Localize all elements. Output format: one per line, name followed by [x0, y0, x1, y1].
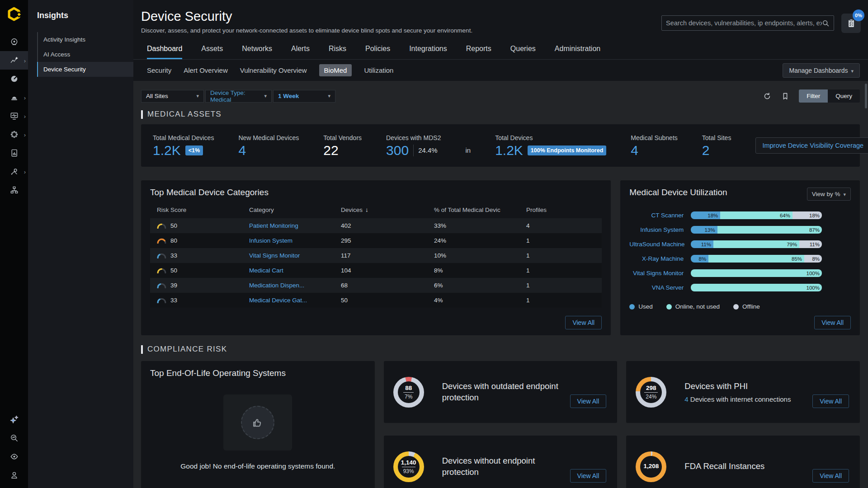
table-row: 33 Medical Device Gat... 50 4% 1: [150, 293, 602, 308]
manage-dashboards-button[interactable]: Manage Dashboards▾: [783, 63, 860, 78]
subtab-biomed[interactable]: BioMed: [319, 64, 352, 76]
subtab-utilization[interactable]: Utilization: [364, 66, 393, 74]
time-range-value: 1 Week: [278, 93, 299, 99]
compliance-grid: Top End-Of-Life Operating Systems Good j…: [141, 361, 860, 488]
col-category[interactable]: Category: [249, 206, 341, 213]
col-pct-total[interactable]: % of Total Medical Devic: [434, 206, 526, 213]
table-row: 50 Medical Cart 104 8% 1: [150, 263, 602, 278]
sidebar-item-ai-access[interactable]: AI Access: [37, 47, 133, 62]
tab-alerts[interactable]: Alerts: [291, 45, 310, 59]
legend-label: Online, not used: [675, 303, 720, 310]
category-link[interactable]: Infusion System: [249, 237, 341, 244]
stat-label: Total Vendors: [323, 134, 362, 141]
view-all-button[interactable]: View All: [814, 316, 851, 329]
tab-assets[interactable]: Assets: [201, 45, 223, 59]
insights-icon[interactable]: ›: [0, 51, 28, 70]
search-input[interactable]: [666, 19, 822, 27]
view-all-button[interactable]: View All: [565, 316, 602, 329]
risk-gauge-icon: [157, 297, 166, 303]
tab-integrations[interactable]: Integrations: [409, 45, 447, 59]
tasks-checklist-icon[interactable]: 0%: [841, 14, 861, 33]
view-all-button[interactable]: View All: [570, 394, 607, 408]
filter-button[interactable]: Filter: [799, 89, 828, 103]
tab-queries[interactable]: Queries: [510, 45, 536, 59]
user-icon[interactable]: [0, 466, 28, 484]
stat-total-medical-devices: Total Medical Devices 1.2K<1%: [153, 134, 214, 157]
sidebar-title: Insights: [28, 0, 133, 20]
tab-risks[interactable]: Risks: [329, 45, 346, 59]
pct-total: 24%: [434, 237, 526, 244]
sort-desc-icon[interactable]: ↓: [365, 206, 368, 213]
category-link[interactable]: Vital Signs Monitor: [249, 252, 341, 259]
refresh-icon[interactable]: [763, 92, 772, 101]
network-sitemap-icon[interactable]: [0, 181, 28, 199]
sites-dropdown[interactable]: All Sites▾: [141, 90, 204, 103]
bar-label-link[interactable]: UltraSound Machine: [629, 241, 684, 248]
processes-icon[interactable]: ›: [0, 125, 28, 144]
category-link[interactable]: Medical Device Gat...: [249, 297, 341, 304]
bar-label-link[interactable]: CT Scanner: [629, 212, 684, 219]
scrollbar-thumb[interactable]: [865, 84, 867, 108]
devices-count: 402: [341, 222, 434, 229]
tools-icon[interactable]: ›: [0, 162, 28, 181]
sidebar-item-activity-insights[interactable]: Activity Insights: [37, 32, 133, 47]
subtab-vulnerability-overview[interactable]: Vulnerability Overview: [240, 66, 307, 74]
donut-value: 1,208: [642, 463, 660, 470]
stacked-bar: 8%85%8%: [691, 255, 822, 263]
stat-total-devices: Total Devices 1.2K100% Endpoints Monitor…: [495, 134, 606, 157]
category-link[interactable]: Medication Dispen...: [249, 282, 341, 289]
alerts-siren-icon[interactable]: ›: [0, 88, 28, 107]
bar-segment: 100%: [691, 284, 822, 291]
tab-policies[interactable]: Policies: [365, 45, 390, 59]
bar-label-link[interactable]: VNA Server: [629, 284, 684, 291]
discovery-icon[interactable]: [0, 33, 28, 51]
search-insights-icon[interactable]: [0, 429, 28, 447]
devices-count: 295: [341, 237, 434, 244]
tab-reports[interactable]: Reports: [466, 45, 491, 59]
col-devices[interactable]: Devices↓: [341, 206, 434, 213]
profiles-count: 1: [526, 282, 602, 289]
category-link[interactable]: Patient Monitoring: [249, 222, 341, 229]
subtab-alert-overview[interactable]: Alert Overview: [184, 66, 228, 74]
category-link[interactable]: Medical Cart: [249, 267, 341, 274]
dashboard-gauge-icon[interactable]: [0, 70, 28, 88]
view-by-dropdown[interactable]: View by %▾: [807, 188, 851, 201]
donut-pct: 24%: [644, 392, 658, 400]
bar-label-link[interactable]: Vital Signs Monitor: [629, 270, 684, 277]
dashboard-content: All Sites▾ Device Type: Medical▾ 1 Week▾…: [133, 81, 868, 488]
eol-message: Good job! No end-of-life operating syste…: [180, 462, 335, 470]
stat-badge: <1%: [185, 145, 203, 155]
sidebar-item-device-security[interactable]: Device Security: [37, 62, 133, 77]
improve-visibility-button[interactable]: Improve Device Visibility Coverage: [755, 137, 868, 154]
query-button[interactable]: Query: [828, 89, 860, 103]
bar-segment: 8%: [804, 255, 822, 263]
sites-dropdown-value: All Sites: [146, 93, 168, 99]
caret-down-icon: ▾: [851, 68, 854, 74]
armis-logo[interactable]: [5, 5, 23, 23]
col-profiles[interactable]: Profiles: [526, 206, 602, 213]
subtab-security[interactable]: Security: [147, 66, 171, 74]
stat-in-connector: in: [465, 146, 471, 154]
panel-title: Top Medical Device Categories: [150, 188, 602, 197]
bar-segment: 85%: [708, 255, 804, 263]
col-risk-score[interactable]: Risk Score: [157, 206, 249, 213]
tab-networks[interactable]: Networks: [242, 45, 272, 59]
time-range-dropdown[interactable]: 1 Week▾: [273, 90, 335, 103]
device-type-dropdown[interactable]: Device Type: Medical▾: [205, 90, 272, 103]
tab-dashboard[interactable]: Dashboard: [147, 45, 182, 59]
reports-icon[interactable]: [0, 144, 28, 162]
tab-administration[interactable]: Administration: [555, 45, 600, 59]
bar-label-link[interactable]: Infusion System: [629, 226, 684, 233]
bookmark-icon[interactable]: [781, 92, 790, 101]
ai-sparkles-icon[interactable]: [0, 410, 28, 429]
bar-label-link[interactable]: X-Ray Machine: [629, 255, 684, 262]
endpoint-monitor-icon[interactable]: ›: [0, 107, 28, 125]
visibility-eye-icon[interactable]: [0, 447, 28, 466]
pct-total: 33%: [434, 222, 526, 229]
view-all-button[interactable]: View All: [812, 394, 849, 408]
main-area: Device Security Discover, assess, and pr…: [133, 0, 868, 488]
view-all-button[interactable]: View All: [570, 469, 607, 483]
search-icon[interactable]: [822, 19, 830, 27]
view-all-button[interactable]: View All: [812, 469, 849, 483]
stat-total-sites: Total Sites 2: [702, 134, 731, 157]
